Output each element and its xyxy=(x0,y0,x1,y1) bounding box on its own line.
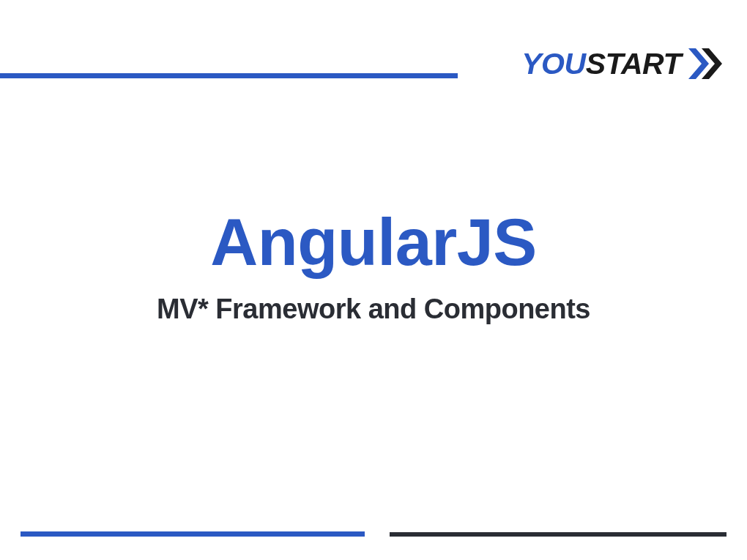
logo-you-text: YOU xyxy=(521,47,585,81)
logo-start-text: START xyxy=(586,47,681,81)
logo: YOU START xyxy=(521,45,729,82)
footer-divider-dark xyxy=(390,532,726,537)
main-title: AngularJS xyxy=(0,205,747,280)
arrows-icon xyxy=(687,45,729,82)
subtitle: MV* Framework and Components xyxy=(0,294,747,325)
logo-text: YOU START xyxy=(521,47,681,81)
header-divider-line xyxy=(0,73,458,78)
footer-divider-blue xyxy=(21,531,365,537)
slide-content: AngularJS MV* Framework and Components xyxy=(0,205,747,325)
